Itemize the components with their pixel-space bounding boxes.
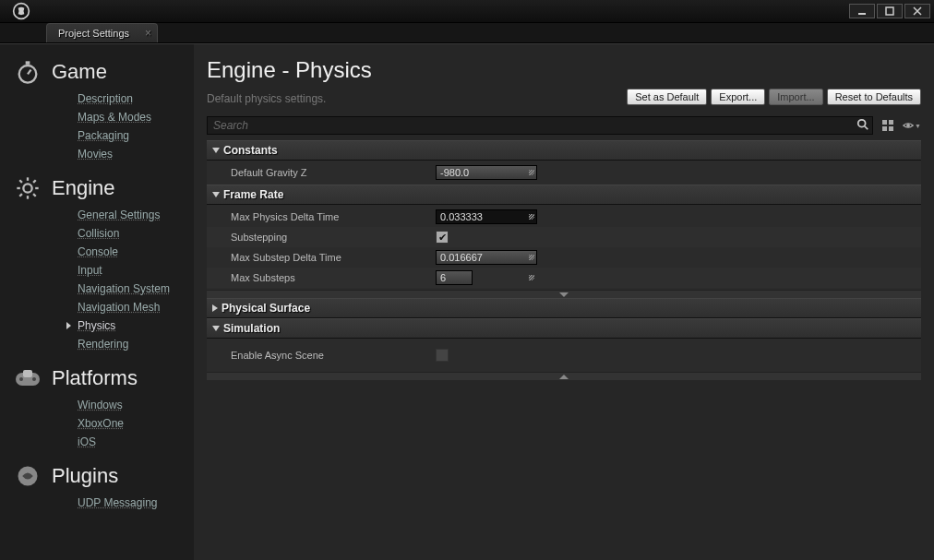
grid-view-icon[interactable] [879, 116, 897, 135]
sidebar-category-title: Platforms [52, 366, 138, 390]
sidebar-item-ios[interactable]: iOS [78, 435, 194, 448]
section-label: Physical Surface [222, 302, 310, 315]
sidebar-item-collision[interactable]: Collision [78, 227, 194, 240]
svg-point-18 [32, 377, 36, 381]
sidebar-item-packaging[interactable]: Packaging [78, 129, 194, 142]
titlebar [0, 0, 934, 23]
section-simulation-header[interactable]: Simulation [207, 318, 921, 339]
async-scene-checkbox[interactable] [436, 349, 449, 362]
section-expand-toggle[interactable] [207, 372, 921, 380]
svg-rect-24 [882, 126, 887, 131]
section-physical-surface-header[interactable]: Physical Surface [207, 298, 921, 318]
section-label: Frame Rate [223, 188, 283, 201]
svg-line-21 [865, 126, 868, 130]
svg-line-14 [33, 180, 36, 183]
minimize-button[interactable] [849, 4, 875, 18]
property-label: Max Substeps [231, 272, 436, 283]
timer-icon [13, 57, 42, 87]
svg-rect-1 [858, 13, 866, 15]
triangle-right-icon [212, 304, 218, 312]
sidebar-item-maps-modes[interactable]: Maps & Modes [78, 111, 194, 124]
max-delta-time-input[interactable] [436, 209, 537, 224]
reset-to-defaults-button[interactable]: Reset to Defaults [827, 89, 921, 105]
svg-point-6 [23, 184, 31, 192]
max-substeps-input[interactable] [436, 270, 473, 285]
sidebar-item-rendering[interactable]: Rendering [78, 338, 194, 351]
sidebar: GameDescriptionMaps & ModesPackagingMovi… [0, 44, 194, 560]
unreal-logo-icon [0, 2, 42, 20]
svg-rect-25 [889, 126, 893, 131]
plug-icon [13, 461, 42, 491]
sidebar-item-windows[interactable]: Windows [78, 399, 194, 411]
maximize-button[interactable] [877, 4, 903, 18]
sidebar-item-navigation-system[interactable]: Navigation System [78, 282, 194, 295]
export-button[interactable]: Export... [711, 89, 765, 105]
svg-rect-2 [886, 7, 893, 15]
section-frame-rate-header[interactable]: Frame Rate [207, 185, 921, 205]
tab-project-settings[interactable]: Project Settings × [46, 23, 158, 42]
sidebar-item-description[interactable]: Description [78, 92, 194, 105]
property-default-gravity-z: Default Gravity Z [207, 162, 921, 183]
sidebar-category-title: Plugins [52, 464, 118, 488]
property-max-substep-delta-time: Max Substep Delta Time [207, 247, 921, 268]
tab-label: Project Settings [58, 28, 129, 39]
tab-bar: Project Settings × [0, 23, 934, 43]
gear-icon [13, 173, 42, 203]
sidebar-category-title: Engine [52, 176, 115, 200]
eye-icon[interactable]: ▼ [903, 116, 921, 135]
triangle-down-icon [212, 192, 220, 197]
svg-line-11 [19, 180, 22, 183]
svg-rect-16 [23, 370, 32, 377]
resize-handle-icon[interactable] [526, 167, 535, 176]
sidebar-item-physics[interactable]: Physics [78, 319, 194, 332]
page-title: Engine - Physics [207, 57, 921, 83]
svg-rect-22 [882, 120, 887, 125]
svg-point-26 [906, 124, 910, 127]
triangle-down-icon [212, 148, 220, 153]
resize-handle-icon[interactable] [526, 252, 535, 261]
sidebar-item-movies[interactable]: Movies [78, 148, 194, 161]
set-as-default-button[interactable]: Set as Default [627, 89, 707, 105]
sidebar-item-input[interactable]: Input [78, 264, 194, 277]
svg-point-20 [858, 120, 866, 127]
tab-close-icon[interactable]: × [145, 27, 151, 40]
sidebar-item-navigation-mesh[interactable]: Navigation Mesh [78, 301, 194, 314]
property-substepping: Substepping ✔ [207, 227, 921, 247]
max-substep-dt-input[interactable] [436, 250, 537, 265]
close-button[interactable] [904, 4, 930, 18]
resize-handle-icon[interactable] [526, 272, 535, 281]
section-label: Constants [223, 144, 278, 157]
substepping-checkbox[interactable]: ✔ [436, 231, 449, 244]
sidebar-item-general-settings[interactable]: General Settings [78, 209, 194, 221]
triangle-down-icon [212, 326, 220, 331]
svg-rect-4 [26, 61, 30, 65]
property-max-substeps: Max Substeps [207, 268, 921, 288]
import-button[interactable]: Import... [769, 89, 822, 105]
sidebar-category-title: Game [52, 60, 107, 84]
section-expand-toggle[interactable] [207, 290, 921, 298]
property-label: Max Physics Delta Time [231, 211, 436, 222]
properties-panel: Constants Default Gravity Z [207, 140, 921, 560]
property-label: Default Gravity Z [231, 167, 436, 178]
search-icon[interactable] [856, 118, 869, 134]
property-label: Max Substep Delta Time [231, 252, 436, 263]
gamepad-icon [13, 363, 42, 393]
property-label: Enable Async Scene [231, 350, 436, 361]
sidebar-item-console[interactable]: Console [78, 245, 194, 258]
search-input[interactable] [207, 116, 873, 135]
section-constants-header[interactable]: Constants [207, 140, 921, 161]
svg-line-5 [28, 70, 31, 75]
gravity-z-input[interactable] [436, 165, 537, 180]
chevron-down-icon: ▼ [915, 123, 921, 129]
svg-line-12 [33, 194, 36, 197]
svg-point-17 [19, 377, 23, 381]
svg-rect-23 [889, 120, 893, 125]
property-label: Substepping [231, 232, 436, 243]
property-max-physics-delta-time: Max Physics Delta Time [207, 207, 921, 227]
svg-line-13 [19, 194, 22, 197]
section-label: Simulation [223, 322, 280, 335]
page-subtitle: Default physics settings. [207, 92, 623, 105]
sidebar-item-xboxone[interactable]: XboxOne [78, 417, 194, 430]
resize-handle-icon[interactable] [526, 211, 535, 220]
sidebar-item-udp-messaging[interactable]: UDP Messaging [78, 496, 194, 509]
